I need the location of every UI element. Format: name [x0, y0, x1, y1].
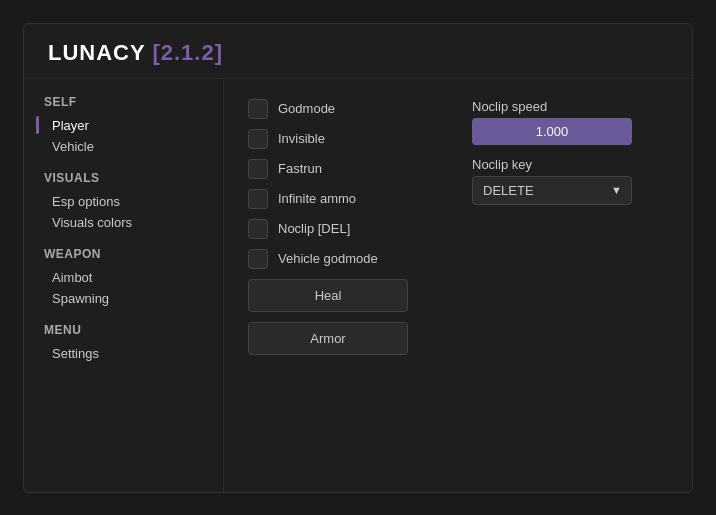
setting-label-noclip-key: Noclip key	[472, 157, 632, 172]
options-column: GodmodeInvisibleFastrunInfinite ammoNocl…	[248, 99, 448, 472]
checkbox-noclip[interactable]	[248, 219, 268, 239]
sidebar-section-self: SELF	[44, 95, 203, 109]
setting-group-noclip-key: Noclip keyDELETEINSERTHOMEENDPAGE UPPAGE…	[472, 157, 632, 205]
app-version: [2.1.2]	[152, 40, 223, 65]
checkbox-label-fastrun: Fastrun	[278, 161, 322, 176]
sidebar-item-esp-options[interactable]: Esp options	[44, 191, 203, 212]
setting-input-noclip-speed[interactable]	[472, 118, 632, 145]
app-window: LUNACY [2.1.2] SELFPlayerVehicleVISUALSE…	[23, 23, 693, 493]
main-panel: GodmodeInvisibleFastrunInfinite ammoNocl…	[224, 79, 692, 492]
content-area: SELFPlayerVehicleVISUALSEsp optionsVisua…	[24, 79, 692, 492]
settings-column: Noclip speedNoclip keyDELETEINSERTHOMEEN…	[472, 99, 632, 472]
app-title-text: LUNACY	[48, 40, 145, 65]
sidebar-section-menu: MENU	[44, 323, 203, 337]
checkbox-godmode[interactable]	[248, 99, 268, 119]
heal-button[interactable]: Heal	[248, 279, 408, 312]
sidebar-section-visuals: VISUALS	[44, 171, 203, 185]
checkbox-item-fastrun: Fastrun	[248, 159, 448, 179]
checkbox-label-invisible: Invisible	[278, 131, 325, 146]
checkbox-label-godmode: Godmode	[278, 101, 335, 116]
app-title: LUNACY [2.1.2]	[48, 40, 668, 66]
sidebar-item-visuals-colors[interactable]: Visuals colors	[44, 212, 203, 233]
sidebar-item-settings[interactable]: Settings	[44, 343, 203, 364]
checkbox-invisible[interactable]	[248, 129, 268, 149]
checkbox-item-noclip: Noclip [DEL]	[248, 219, 448, 239]
sidebar: SELFPlayerVehicleVISUALSEsp optionsVisua…	[24, 79, 224, 492]
sidebar-item-vehicle[interactable]: Vehicle	[44, 136, 203, 157]
checkbox-fastrun[interactable]	[248, 159, 268, 179]
checkbox-item-vehicle-godmode: Vehicle godmode	[248, 249, 448, 269]
setting-select-noclip-key[interactable]: DELETEINSERTHOMEENDPAGE UPPAGE DOWN	[472, 176, 632, 205]
armor-button[interactable]: Armor	[248, 322, 408, 355]
setting-label-noclip-speed: Noclip speed	[472, 99, 632, 114]
checkbox-item-infinite-ammo: Infinite ammo	[248, 189, 448, 209]
setting-select-wrapper-noclip-key: DELETEINSERTHOMEENDPAGE UPPAGE DOWN▼	[472, 176, 632, 205]
checkbox-item-godmode: Godmode	[248, 99, 448, 119]
sidebar-item-spawning[interactable]: Spawning	[44, 288, 203, 309]
sidebar-item-player[interactable]: Player	[44, 115, 203, 136]
checkbox-label-infinite-ammo: Infinite ammo	[278, 191, 356, 206]
checkbox-infinite-ammo[interactable]	[248, 189, 268, 209]
checkbox-vehicle-godmode[interactable]	[248, 249, 268, 269]
checkbox-label-vehicle-godmode: Vehicle godmode	[278, 251, 378, 266]
sidebar-section-weapon: WEAPON	[44, 247, 203, 261]
setting-group-noclip-speed: Noclip speed	[472, 99, 632, 145]
sidebar-item-aimbot[interactable]: Aimbot	[44, 267, 203, 288]
checkbox-label-noclip: Noclip [DEL]	[278, 221, 350, 236]
checkbox-item-invisible: Invisible	[248, 129, 448, 149]
title-bar: LUNACY [2.1.2]	[24, 24, 692, 79]
